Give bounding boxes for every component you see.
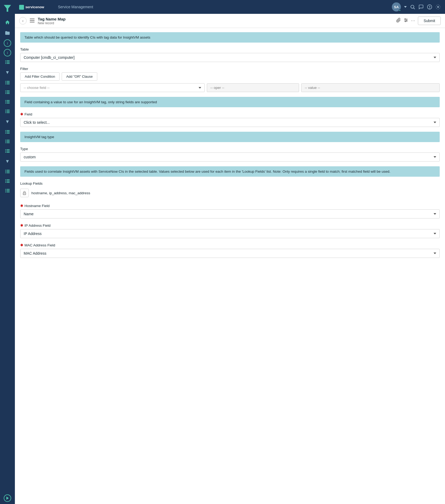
- sidebar-list6-icon[interactable]: [0, 127, 15, 137]
- svg-rect-57: [5, 181, 6, 181]
- svg-point-84: [405, 21, 406, 22]
- filter-oper-field: [207, 83, 299, 92]
- sidebar-list4-icon[interactable]: [0, 97, 15, 107]
- lookup-fields-value: hostname, ip_address, mac_address: [31, 191, 90, 195]
- paperclip-icon[interactable]: [396, 18, 401, 24]
- table-field-group: Table Computer [cmdb_ci_computer]: [20, 47, 440, 62]
- svg-rect-49: [5, 170, 6, 171]
- svg-rect-6: [7, 63, 10, 64]
- sidebar-list3-icon[interactable]: [0, 88, 15, 97]
- sidebar-triangle3-icon[interactable]: ▼: [0, 156, 15, 167]
- svg-point-71: [411, 5, 414, 8]
- svg-rect-47: [5, 152, 6, 153]
- sidebar-list7-icon[interactable]: [0, 137, 15, 146]
- mac-address-label: ✱ MAC Address Field: [20, 243, 440, 247]
- svg-rect-48: [7, 152, 10, 153]
- svg-rect-78: [30, 22, 35, 22]
- sidebar-folder-icon[interactable]: [0, 28, 15, 38]
- ip-address-select[interactable]: IP Address: [20, 229, 440, 238]
- sidebar-triangle2-icon[interactable]: ▼: [0, 116, 15, 127]
- servicenow-wordmark: servicenow: [19, 3, 54, 11]
- field-select[interactable]: Click to select...: [20, 118, 440, 127]
- filter-value-field: [301, 83, 440, 92]
- sidebar-list2-icon[interactable]: [0, 78, 15, 88]
- chevron-down-icon[interactable]: [404, 6, 407, 8]
- value-input[interactable]: [301, 83, 440, 92]
- type-select[interactable]: custom: [20, 152, 440, 162]
- sidebar-list10-icon[interactable]: [0, 176, 15, 186]
- hostname-label: ✱ Hostname Field: [20, 204, 440, 208]
- filter-funnel-icon[interactable]: [3, 4, 12, 13]
- mac-address-select[interactable]: MAC Address: [20, 249, 440, 258]
- record-title-block: Tag Name Map New record: [38, 17, 66, 25]
- ip-required-star: ✱: [20, 223, 23, 228]
- choose-field-select[interactable]: -- choose field --: [20, 83, 205, 92]
- table-select[interactable]: Computer [cmdb_ci_computer]: [20, 53, 440, 62]
- sidebar-info-icon[interactable]: i: [4, 39, 11, 47]
- help-icon[interactable]: [427, 4, 432, 10]
- type-label-text: Type: [20, 147, 28, 151]
- sliders-icon[interactable]: [404, 18, 408, 24]
- svg-rect-56: [7, 179, 10, 180]
- field-label: ✱ Field: [20, 112, 440, 116]
- form-content: Table which should be queried to identif…: [15, 28, 445, 267]
- sidebar-list8-icon[interactable]: [0, 146, 15, 156]
- field-label-text: Field: [24, 112, 32, 116]
- table-label-text: Table: [20, 47, 29, 51]
- svg-rect-85: [23, 193, 26, 195]
- search-icon[interactable]: [410, 4, 415, 10]
- user-avatar[interactable]: SA: [392, 2, 401, 11]
- settings-icon[interactable]: [435, 4, 441, 10]
- svg-rect-10: [7, 82, 10, 83]
- svg-rect-38: [7, 140, 10, 141]
- sidebar-list1-icon[interactable]: [0, 57, 15, 67]
- hostname-label-text: Hostname Field: [24, 204, 50, 208]
- svg-rect-77: [30, 20, 35, 21]
- more-options-icon[interactable]: ···: [411, 18, 415, 23]
- sidebar-home-icon[interactable]: [0, 17, 15, 28]
- svg-point-74: [430, 8, 430, 9]
- svg-text:servicenow: servicenow: [25, 5, 44, 9]
- svg-marker-67: [6, 497, 9, 500]
- add-filter-condition-button[interactable]: Add Filter Condition: [20, 72, 60, 81]
- submit-button[interactable]: Submit: [418, 16, 441, 25]
- svg-marker-70: [404, 6, 407, 8]
- hostname-select[interactable]: Name: [20, 209, 440, 218]
- sidebar-list9-icon[interactable]: [0, 167, 15, 176]
- svg-rect-65: [5, 192, 6, 192]
- filter-label: Filter: [20, 67, 440, 71]
- online-status-dot: [399, 9, 401, 11]
- filter-label-text: Filter: [20, 67, 28, 71]
- lock-icon: [20, 189, 29, 197]
- svg-point-75: [438, 6, 439, 8]
- svg-rect-19: [5, 100, 6, 101]
- svg-rect-41: [5, 142, 6, 143]
- svg-rect-24: [7, 103, 10, 104]
- sidebar-list11-icon[interactable]: [0, 186, 15, 196]
- filter-row: -- choose field --: [20, 83, 440, 92]
- add-or-clause-button[interactable]: Add "OR" Clause: [62, 72, 97, 81]
- sidebar-info2-icon[interactable]: i: [4, 49, 11, 56]
- type-label: Type: [20, 147, 440, 151]
- topnav: servicenow Service Management SA: [15, 0, 445, 14]
- ip-address-label: ✱ IP Address Field: [20, 223, 440, 228]
- svg-rect-53: [5, 172, 6, 173]
- hamburger-menu-icon[interactable]: [30, 18, 35, 24]
- back-button[interactable]: ‹: [19, 17, 27, 24]
- svg-rect-31: [5, 130, 6, 131]
- svg-rect-9: [5, 82, 6, 83]
- sidebar-play-icon[interactable]: [4, 494, 11, 502]
- mac-required-star: ✱: [20, 243, 23, 247]
- chat-icon[interactable]: [418, 4, 424, 10]
- svg-rect-25: [5, 110, 6, 110]
- svg-rect-36: [7, 133, 10, 134]
- svg-rect-62: [7, 189, 10, 190]
- svg-point-83: [406, 20, 407, 20]
- oper-input[interactable]: [207, 83, 299, 92]
- sidebar-list5-icon[interactable]: [0, 107, 15, 116]
- svg-rect-7: [5, 81, 6, 82]
- hostname-required-star: ✱: [20, 204, 23, 208]
- svg-rect-55: [5, 179, 6, 180]
- sidebar-triangle1-icon[interactable]: ▼: [0, 67, 15, 78]
- svg-rect-35: [5, 133, 6, 134]
